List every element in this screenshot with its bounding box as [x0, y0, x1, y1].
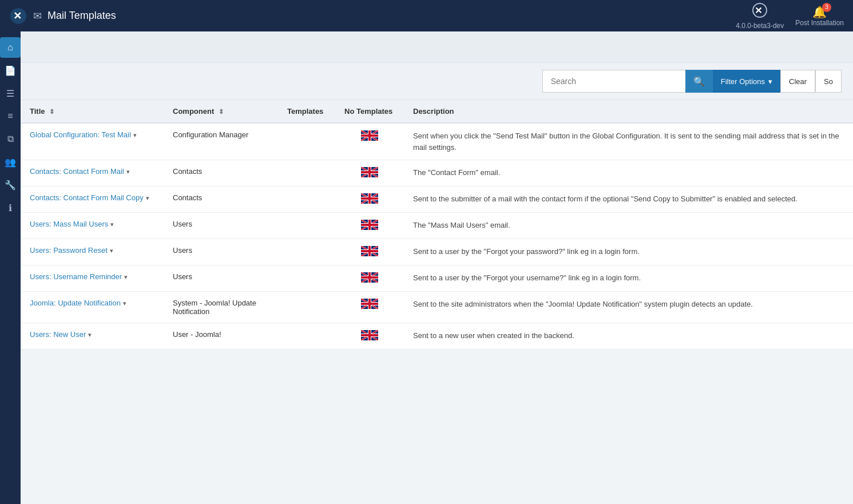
row-no-templates-cell: [335, 265, 404, 292]
sort-label: So: [824, 77, 833, 86]
no-templates-col-label: No Templates: [344, 107, 392, 116]
table-row: Users: Username Reminder▾Users Sent to a…: [21, 265, 853, 292]
extensions-icon: ⧉: [7, 134, 14, 144]
row-title-dropdown-icon[interactable]: ▾: [110, 221, 114, 228]
filter-options-button[interactable]: Filter Options ▾: [713, 70, 780, 93]
users-icon: 👥: [5, 157, 16, 168]
sidebar-item-menus[interactable]: ≡: [0, 106, 21, 126]
svg-rect-39: [361, 224, 378, 226]
toolbar-area: [21, 31, 853, 63]
uk-flag-icon: [361, 330, 378, 340]
post-installation[interactable]: 🔔 3 Post Installation: [795, 5, 844, 27]
uk-flag-icon: [361, 246, 378, 256]
row-title-link[interactable]: Contacts: Contact Form Mail Copy: [30, 193, 144, 202]
row-title-dropdown-icon[interactable]: ▾: [126, 168, 130, 175]
row-no-templates-cell: [335, 186, 404, 213]
page-title: Mail Templates: [47, 10, 116, 22]
uk-flag-icon: [361, 193, 378, 204]
row-title-cell: Contacts: Contact Form Mail▾: [21, 160, 164, 186]
row-title-link[interactable]: Users: Username Reminder: [30, 272, 122, 281]
row-title-link[interactable]: Contacts: Contact Form Mail: [30, 167, 124, 176]
search-icon: 🔍: [693, 77, 705, 86]
templates-col-label: Templates: [287, 107, 323, 116]
svg-text:✕: ✕: [13, 10, 22, 22]
row-no-templates-cell: [335, 323, 404, 350]
sidebar-item-docs[interactable]: ☰: [0, 83, 21, 104]
row-title-link[interactable]: Joomla: Update Notification: [30, 299, 121, 307]
row-templates-cell: [278, 323, 335, 350]
table-body: Global Configuration: Test Mail▾Configur…: [21, 123, 853, 350]
row-component-cell: Contacts: [164, 186, 278, 213]
search-input[interactable]: [542, 70, 685, 93]
joomla-logo-icon: ✕: [9, 7, 27, 25]
row-title-link[interactable]: Users: Mass Mail Users: [30, 220, 108, 228]
row-title-dropdown-icon[interactable]: ▾: [88, 331, 92, 338]
sidebar-item-content[interactable]: 📄: [0, 60, 21, 81]
sidebar-item-info[interactable]: ℹ: [0, 197, 21, 218]
row-title-dropdown-icon[interactable]: ▾: [146, 195, 149, 201]
svg-rect-57: [361, 276, 378, 279]
row-component-cell: Users: [164, 239, 278, 265]
filter-bar: 🔍 Filter Options ▾ Clear So: [21, 63, 853, 100]
main-layout: ⌂ 📄 ☰ ≡ ⧉ 👥 🔧 ℹ: [0, 31, 853, 504]
row-title-dropdown-icon[interactable]: ▾: [133, 132, 137, 138]
svg-rect-30: [361, 197, 378, 200]
row-description-cell: Sent to the site administrators when the…: [404, 292, 853, 323]
mail-templates-table: Title ⇕ Component ⇕ Templates No Templat…: [21, 100, 853, 350]
row-title-cell: Users: Username Reminder▾: [21, 265, 164, 292]
post-installation-label: Post Installation: [795, 19, 844, 27]
sort-button[interactable]: So: [815, 70, 842, 93]
content-icon: 📄: [5, 65, 16, 76]
navbar-right: ✕ 4.0.0-beta3-dev 🔔 3 Post Installation: [736, 2, 844, 30]
row-component-cell: Configuration Manager: [164, 123, 278, 160]
row-templates-cell: [278, 239, 335, 265]
col-description-header: Description: [404, 100, 853, 123]
row-component-cell: Users: [164, 265, 278, 292]
sidebar-item-users[interactable]: 👥: [0, 152, 21, 172]
svg-text:✕: ✕: [755, 6, 762, 15]
row-component-cell: Users: [164, 213, 278, 239]
component-col-label: Component: [173, 107, 214, 116]
row-no-templates-cell: [335, 239, 404, 265]
row-title-dropdown-icon[interactable]: ▾: [110, 247, 113, 254]
row-title-dropdown-icon[interactable]: ▾: [123, 300, 126, 307]
title-sort-icon: ⇕: [49, 108, 54, 116]
uk-flag-icon: [361, 272, 378, 283]
row-title-cell: Global Configuration: Test Mail▾: [21, 123, 164, 160]
search-button[interactable]: 🔍: [685, 70, 713, 93]
row-title-dropdown-icon[interactable]: ▾: [124, 273, 128, 280]
home-icon: ⌂: [7, 42, 13, 53]
row-description-cell: Sent to a user by the "Forgot your passw…: [404, 239, 853, 265]
tools-icon: 🔧: [5, 180, 16, 191]
sidebar-item-extensions[interactable]: ⧉: [0, 129, 21, 149]
row-title-cell: Joomla: Update Notification▾: [21, 292, 164, 323]
info-icon: ℹ: [9, 203, 12, 213]
uk-flag-icon: [361, 299, 378, 309]
uk-flag-icon: [361, 220, 378, 230]
table-row: Contacts: Contact Form Mail Copy▾Contact…: [21, 186, 853, 213]
row-title-link[interactable]: Users: Password Reset: [30, 246, 108, 255]
svg-rect-75: [361, 334, 378, 336]
clear-label: Clear: [789, 77, 807, 86]
row-templates-cell: [278, 160, 335, 186]
table-row: Users: Password Reset▾Users Sent to a us…: [21, 239, 853, 265]
row-title-link[interactable]: Users: New User: [30, 330, 86, 339]
component-sort-icon: ⇕: [219, 108, 224, 116]
col-component-header[interactable]: Component ⇕: [164, 100, 278, 123]
clear-button[interactable]: Clear: [780, 70, 815, 93]
col-title-header[interactable]: Title ⇕: [21, 100, 164, 123]
row-templates-cell: [278, 292, 335, 323]
row-no-templates-cell: [335, 292, 404, 323]
row-templates-cell: [278, 123, 335, 160]
row-title-link[interactable]: Global Configuration: Test Mail: [30, 130, 131, 139]
version-label: 4.0.0-beta3-dev: [736, 22, 784, 30]
joomla-x-icon: ✕: [752, 2, 768, 22]
sidebar-item-tools[interactable]: 🔧: [0, 174, 21, 195]
row-title-cell: Users: Mass Mail Users▾: [21, 213, 164, 239]
row-no-templates-cell: [335, 160, 404, 186]
table-row: Global Configuration: Test Mail▾Configur…: [21, 123, 853, 160]
row-description-cell: The "Contact Form" email.: [404, 160, 853, 186]
menus-icon: ≡: [7, 111, 13, 121]
sidebar-item-home[interactable]: ⌂: [0, 37, 21, 58]
row-description-cell: Sent to a new user when created in the b…: [404, 323, 853, 350]
